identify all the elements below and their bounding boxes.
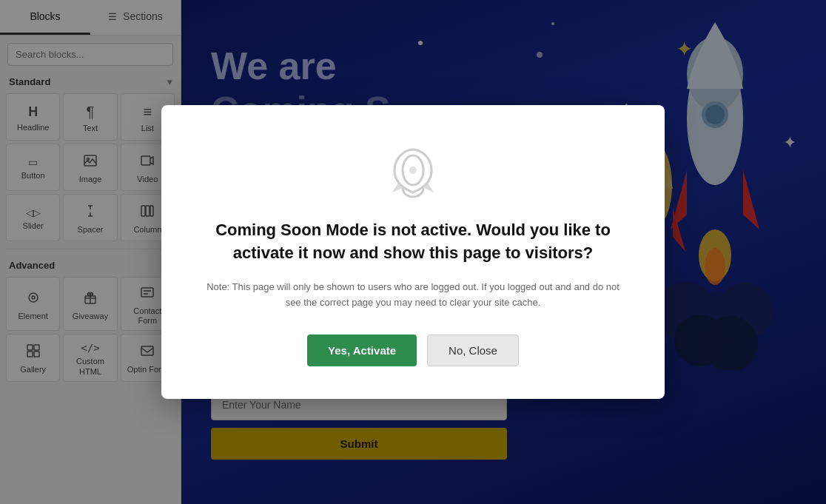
- activate-button[interactable]: Yes, Activate: [307, 335, 417, 366]
- modal-buttons: Yes, Activate No, Close: [206, 335, 620, 366]
- modal-title: Coming Soon Mode is not active. Would yo…: [206, 219, 620, 265]
- modal-overlay: Coming Soon Mode is not active. Would yo…: [0, 0, 826, 504]
- modal-dialog: Coming Soon Mode is not active. Would yo…: [161, 105, 665, 398]
- close-button[interactable]: No, Close: [427, 335, 519, 366]
- modal-note: Note: This page will only be shown to us…: [206, 280, 620, 311]
- svg-point-36: [409, 167, 417, 174]
- modal-icon: [206, 142, 620, 204]
